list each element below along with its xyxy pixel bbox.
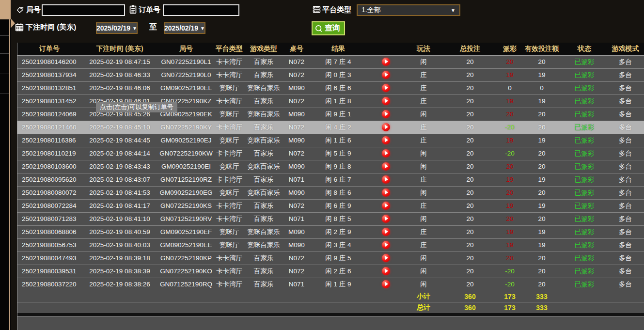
order-number-cell[interactable]: 250219080146200 — [17, 55, 81, 68]
clipboard-icon — [129, 5, 137, 13]
column-header: 派彩 — [498, 43, 521, 55]
chevron-down-icon: ▼ — [132, 26, 137, 31]
round-number-label: 局号 — [26, 5, 41, 15]
play-replay-icon[interactable] — [382, 189, 390, 197]
query-button[interactable]: 查询 — [312, 21, 345, 35]
order-number-cell[interactable]: 250219080037220 — [17, 278, 81, 291]
play-replay-icon[interactable] — [382, 215, 390, 223]
platform-type-cell: 竞咪厅 — [214, 81, 244, 94]
play-replay-icon[interactable] — [382, 228, 390, 236]
order-number-cell[interactable]: 250219080095620 — [17, 173, 81, 186]
table-row[interactable]: 2502190801036002025-02-19 08:43:43GM0902… — [17, 160, 644, 173]
order-number-cell[interactable]: 250219080056753 — [17, 238, 81, 251]
play-replay-icon[interactable] — [382, 254, 390, 262]
mode-cell: 多台 — [607, 238, 644, 251]
totals-spacer — [562, 302, 644, 313]
valid-bet-cell: 19 — [521, 225, 562, 238]
play-replay-icon[interactable] — [382, 149, 390, 157]
order-number-cell[interactable]: 250219080110219 — [17, 147, 81, 160]
round-number-cell: GM090252190EL — [158, 81, 214, 94]
table-row[interactable]: 2502190800474932025-02-19 08:39:18GN0722… — [17, 251, 644, 265]
order-number-cell[interactable]: 250219080080072 — [17, 186, 81, 199]
play-replay-icon[interactable] — [382, 162, 390, 171]
play-replay-icon[interactable] — [382, 175, 390, 184]
play-type-cell: 闲 — [405, 278, 442, 291]
payout-cell: -20 — [498, 265, 521, 278]
play-type-cell: 闲 — [405, 55, 442, 68]
table-row[interactable]: 2502190800567532025-02-19 08:40:03GM0902… — [17, 238, 644, 251]
table-row[interactable]: 2502190800722842025-02-19 08:41:17GN0722… — [17, 199, 644, 212]
play-replay-icon[interactable] — [382, 136, 390, 144]
play-replay-icon[interactable] — [382, 267, 390, 275]
valid-bet-cell: 20 — [521, 265, 562, 278]
date-to-picker[interactable]: 2025/02/19 ▼ — [164, 22, 205, 34]
order-number-cell[interactable]: 250219080047493 — [17, 251, 81, 265]
table-row[interactable]: 2502190800800722025-02-19 08:41:53GM0902… — [17, 186, 644, 199]
order-number-cell[interactable]: 250219080137934 — [17, 68, 81, 81]
play-replay-icon[interactable] — [382, 110, 390, 118]
platform-type-cell: 卡卡湾厅 — [214, 68, 244, 81]
table-row[interactable]: 2502190800395312025-02-19 08:38:39GN0722… — [17, 265, 644, 278]
column-header: 订单号 — [17, 43, 81, 55]
order-number-cell[interactable]: 250219080103600 — [17, 160, 81, 173]
round-number-input[interactable] — [42, 4, 125, 16]
play-replay-icon[interactable] — [382, 97, 390, 105]
tag-icon — [16, 6, 24, 14]
table-row[interactable]: 2502190800712832025-02-19 08:41:10GN0712… — [17, 212, 644, 225]
totals-label: 总计 — [405, 302, 442, 313]
mode-cell: 多台 — [607, 108, 644, 121]
bet-time-cell: 2025-02-19 08:38:39 — [81, 265, 158, 278]
table-row[interactable]: 2502190801379342025-02-19 08:46:33GN0722… — [17, 68, 644, 81]
valid-bet-cell: 20 — [521, 121, 562, 134]
order-number-input[interactable] — [163, 4, 239, 16]
table-row[interactable]: 2502190801462002025-02-19 08:47:15GN0722… — [17, 55, 644, 68]
table-row[interactable]: 2502190801328512025-02-19 08:46:06GM0902… — [17, 81, 644, 94]
table-row[interactable]: 2502190800688062025-02-19 08:40:59GM0902… — [17, 225, 644, 238]
mode-cell: 多台 — [607, 278, 644, 291]
date-from-picker[interactable]: 2025/02/19 ▼ — [96, 22, 138, 34]
table-row[interactable]: 2502190800372202025-02-19 08:38:26GN0712… — [17, 278, 644, 291]
order-number-cell[interactable]: 250219080116386 — [17, 134, 81, 147]
table-row[interactable]: 2502190801214602025-02-19 08:45:10GN0722… — [17, 121, 644, 134]
game-type-cell: 百家乐 — [244, 55, 283, 68]
column-header: 状态 — [562, 43, 607, 55]
order-number-cell[interactable]: 250219080072284 — [17, 199, 81, 212]
order-number-cell[interactable]: 250219080131452 — [17, 94, 81, 108]
column-header: 玩法 — [405, 43, 442, 55]
collapsed-side-panel[interactable] — [0, 0, 11, 330]
table-row[interactable]: 2502190801163862025-02-19 08:44:45GM0902… — [17, 134, 644, 147]
totals-spacer — [17, 302, 405, 313]
result-cell: 闲 3 庄 4 — [310, 238, 366, 251]
total-bet-cell: 20 — [442, 94, 498, 108]
order-number-cell[interactable]: 250219080121460 — [17, 121, 81, 134]
play-replay-icon[interactable] — [382, 241, 390, 249]
total-bet-cell: 20 — [442, 134, 498, 147]
grand-total-row: 总计360173333 — [17, 302, 644, 313]
play-replay-icon[interactable] — [382, 58, 390, 66]
play-replay-icon[interactable] — [382, 280, 390, 288]
order-number-cell[interactable]: 250219080124069 — [17, 108, 81, 121]
play-replay-icon[interactable] — [382, 71, 390, 79]
table-number-cell: M090 — [283, 238, 310, 251]
valid-bet-cell: 19 — [521, 199, 562, 212]
play-replay-icon[interactable] — [382, 202, 390, 210]
order-number-cell[interactable]: 250219080039531 — [17, 265, 81, 278]
platform-type-select[interactable]: 1.全部 ▼ — [357, 4, 460, 16]
order-number-cell[interactable]: 250219080132851 — [17, 81, 81, 94]
panel-handle[interactable] — [0, 0, 11, 19]
totals-bet-value: 360 — [442, 302, 498, 313]
status-cell: 已派彩 — [562, 94, 607, 108]
play-type-cell: 庄 — [405, 199, 442, 212]
table-number-cell: N072 — [283, 55, 310, 68]
total-bet-cell: 20 — [442, 173, 498, 186]
order-number-cell[interactable]: 250219080068806 — [17, 225, 81, 238]
order-number-cell[interactable]: 250219080071283 — [17, 212, 81, 225]
table-row[interactable]: 2502190800956202025-02-19 08:43:07GN0712… — [17, 173, 644, 186]
totals-bet-value: 360 — [442, 291, 498, 302]
play-replay-icon[interactable] — [382, 84, 390, 92]
table-row[interactable]: 2502190801102192025-02-19 08:44:14GN0722… — [17, 147, 644, 160]
total-bet-cell: 20 — [442, 147, 498, 160]
play-replay-icon[interactable] — [382, 123, 390, 131]
total-bet-cell: 20 — [442, 212, 498, 225]
table-body: 2502190801462002025-02-19 08:47:15GN0722… — [17, 55, 644, 330]
